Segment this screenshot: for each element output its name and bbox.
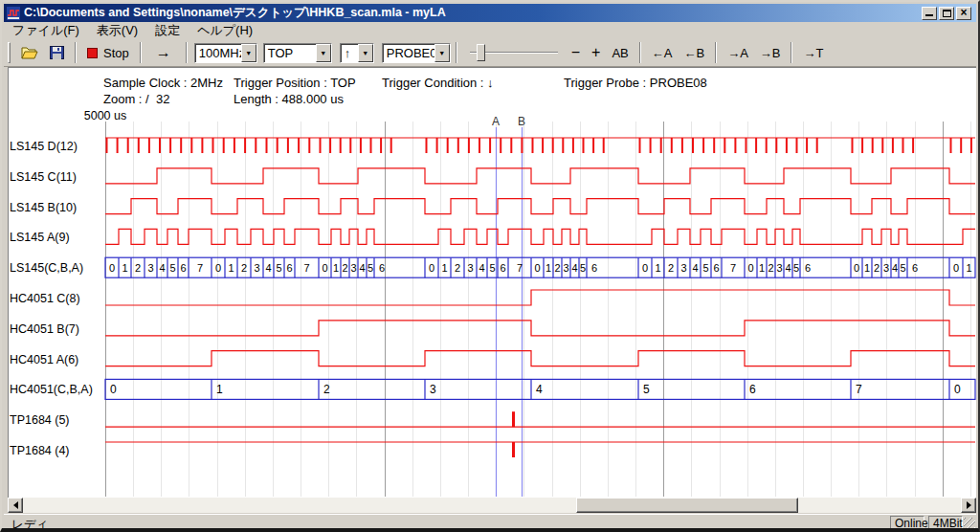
toolbar-separator xyxy=(715,42,717,63)
menu-settings[interactable]: 設定 xyxy=(146,21,189,40)
scroll-left-button[interactable] xyxy=(8,498,23,513)
trigger-probe-select[interactable]: PROBE00 ▼ xyxy=(382,43,451,63)
goto-a-left-button[interactable]: ←A xyxy=(646,42,679,63)
scrollbar-thumb[interactable] xyxy=(576,498,798,513)
menu-file[interactable]: ファイル(F) xyxy=(4,21,88,40)
toolbar-separator xyxy=(140,42,142,63)
open-folder-icon xyxy=(21,46,38,59)
close-icon: × xyxy=(960,7,967,18)
minimize-icon xyxy=(925,9,933,16)
chevron-down-icon[interactable]: ▼ xyxy=(434,44,450,62)
open-file-button[interactable] xyxy=(15,42,44,63)
trigger-edge-value: ↑ xyxy=(341,44,358,62)
run-button[interactable]: → xyxy=(146,42,181,63)
sample-clock-select[interactable]: 100MHz ▼ xyxy=(194,43,257,63)
trigger-probe-value: PROBE00 xyxy=(383,44,434,62)
toolbar-separator xyxy=(639,42,641,63)
waveform-panel xyxy=(8,67,976,498)
goto-b-right-button[interactable]: →B xyxy=(754,42,787,63)
horizontal-scrollbar[interactable] xyxy=(8,498,976,513)
save-button[interactable] xyxy=(44,42,70,63)
stop-label: Stop xyxy=(103,46,129,60)
stop-button[interactable]: Stop xyxy=(81,42,135,63)
status-ready: レディ xyxy=(11,517,48,532)
chevron-down-icon[interactable]: ▼ xyxy=(316,44,331,62)
minimize-button[interactable] xyxy=(922,7,937,20)
chevron-down-icon[interactable]: ▼ xyxy=(241,44,256,62)
toolbar-separator xyxy=(75,42,77,63)
toolbar-separator xyxy=(791,42,792,63)
arrow-right-icon xyxy=(967,501,975,509)
myla-window: C:\Documents and Settings\noname\デスクトップ\… xyxy=(0,0,980,532)
goto-b-left-button[interactable]: ←B xyxy=(678,42,710,63)
statusbar: レディ Online 4MBit xyxy=(4,514,976,530)
ab-button[interactable]: AB xyxy=(606,42,634,63)
close-button[interactable]: × xyxy=(956,7,971,20)
scroll-right-button[interactable] xyxy=(961,498,976,513)
trigger-position-select[interactable]: TOP ▼ xyxy=(263,43,332,63)
toolbar-separator xyxy=(186,42,188,63)
window-title: C:\Documents and Settings\noname\デスクトップ\… xyxy=(24,5,922,21)
zoom-in-button[interactable]: + xyxy=(586,42,606,63)
slider-thumb[interactable] xyxy=(477,44,485,61)
menu-help[interactable]: ヘルプ(H) xyxy=(189,21,261,40)
sample-clock-value: 100MHz xyxy=(195,44,241,62)
goto-a-right-button[interactable]: →A xyxy=(722,42,754,63)
app-icon xyxy=(7,7,20,20)
status-memory-badge: 4MBit xyxy=(928,516,963,530)
toolbar-separator xyxy=(456,42,457,63)
goto-trigger-button[interactable]: →T xyxy=(797,42,829,63)
maximize-button[interactable] xyxy=(939,7,954,20)
resize-grip[interactable] xyxy=(964,518,975,529)
titlebar: C:\Documents and Settings\noname\デスクトップ\… xyxy=(4,4,976,22)
arrow-left-icon xyxy=(10,501,18,509)
toolbar: Stop → 100MHz ▼ TOP ▼ ↑ ▼ PROBE00 ▼ − + … xyxy=(4,39,976,67)
chevron-down-icon[interactable]: ▼ xyxy=(358,44,373,62)
maximize-icon xyxy=(943,10,951,17)
toolbar-grip[interactable] xyxy=(8,42,11,63)
stop-icon xyxy=(87,48,98,58)
menu-view[interactable]: 表示(V) xyxy=(88,21,146,40)
trigger-position-value: TOP xyxy=(264,44,316,62)
zoom-out-button[interactable]: − xyxy=(566,42,586,63)
zoom-slider[interactable] xyxy=(468,42,560,63)
menubar: ファイル(F) 表示(V) 設定 ヘルプ(H) xyxy=(4,22,976,39)
trigger-edge-select[interactable]: ↑ ▼ xyxy=(340,43,374,63)
floppy-icon xyxy=(50,46,64,59)
status-online-badge: Online xyxy=(890,516,924,530)
